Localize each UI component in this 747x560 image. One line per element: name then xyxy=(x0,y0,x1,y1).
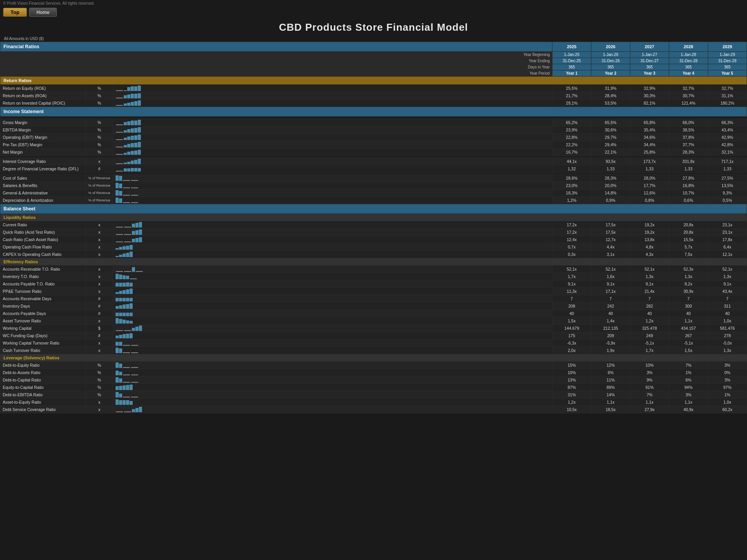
dfl-row: Degree of Financial Leverage Ratio (DFL)… xyxy=(0,165,747,173)
top-nav: Top Home xyxy=(0,6,747,18)
ap-to-row: Accounts Payable T.O. Ratio x 9,1x 9,1x … xyxy=(0,280,747,288)
amounts-note: All Amounts in USD ($) xyxy=(0,36,747,42)
wc-gap-row: WC Funding Gap (Days) # 175 209 249 267 … xyxy=(0,332,747,340)
current-ratio-row: Current Ratio x 17,2x 17,5x 19,2x 20,8x … xyxy=(0,221,747,229)
asset-to-row: Asset Turnover Ratio x 1,5x 1,4x 1,2x 1,… xyxy=(0,317,747,325)
dta-row: Debt-to-Assets Ratio % 10% 6% 3% 1% 0% xyxy=(0,369,747,376)
col-subheader-3: Days in Year 365 365 365 365 365 xyxy=(0,64,747,70)
ebitda-margin-row: EBITDA Margin % 23,9% 30,6% 35,4% 38,5% … xyxy=(0,126,747,134)
dte-ebitda-row: Debt-to-EBITDA Ratio % 31% 14% 7% 3% 1% xyxy=(0,391,747,399)
ppe-to-row: PP&E Turnover Ratio x 11,3x 17,1x 21,4x … xyxy=(0,288,747,295)
col-subheader-1: Year Beginning 1-Jan-25 1-Jan-26 1-Jan-2… xyxy=(0,52,747,58)
ar-to-row: Accounts Receivable T.O. Ratio x 52,1x 5… xyxy=(0,266,747,273)
efficiency-subheader: Efficiency Ratios xyxy=(0,258,747,266)
dtc-row: Debt-to-Capital Ratio % 13% 11% 9% 6% 3% xyxy=(0,376,747,384)
col-subheader-4: Year Period Year 1 Year 2 Year 3 Year 4 … xyxy=(0,70,747,77)
liquidity-subheader: Liquidity Ratios xyxy=(0,214,747,221)
capex-ratio-row: CAPEX to Operating Cash Ratio x 0,3x 3,1… xyxy=(0,251,747,258)
ga-row: General & Administrative % of Revenue 18… xyxy=(0,189,747,197)
financial-ratios-header: Financial Ratios 2025 2026 2027 2028 202… xyxy=(0,42,747,52)
da-row: Depreciation & Amortization % of Revenue… xyxy=(0,197,747,204)
copyright-bar: © Profit Vision Financial Services. All … xyxy=(0,0,747,6)
home-button[interactable]: Home xyxy=(29,8,57,17)
net-margin-row: Net Margin % 16,7% 22,1% 25,8% 28,3% 32,… xyxy=(0,149,747,156)
ate-row: Asset-to-Equity Ratio x 1,2x 1,1x 1,1x 1… xyxy=(0,399,747,406)
inv-days-row: Inventory Days # 208 242 282 300 311 xyxy=(0,303,747,310)
cost-of-sales-row: Cost of Sales % of Revenue 28,6% 28,3% 2… xyxy=(0,175,747,182)
dscr-row: Debt Service Coverage Ratio x 10,5x 18,5… xyxy=(0,406,747,413)
ebitda-chart xyxy=(116,127,550,133)
copyright-text: © Profit Vision Financial Services. All … xyxy=(3,1,95,5)
inv-to-row: Inventory T.O. Ratio x 1,7x 1,6x 1,3x 1,… xyxy=(0,273,747,280)
col-subheader-2: Year Ending 31-Dec-25 31-Dec-26 31-Dec-2… xyxy=(0,58,747,64)
ebit-margin-row: Operating (EBIT) Margin % 22,8% 29,7% 34… xyxy=(0,134,747,141)
wc-row: Working Capital $ 144.679 212.135 325.47… xyxy=(0,325,747,332)
return-ratios-subheader: Return Ratios xyxy=(0,77,747,85)
income-statement-header: Income Statement xyxy=(0,107,747,117)
interest-coverage-row: Interest Coverage Ratio x 44,1x 93,5x 17… xyxy=(0,158,747,165)
top-button[interactable]: Top xyxy=(3,8,27,17)
roic-chart xyxy=(116,100,550,106)
roe-row: Return on Equity (ROE) % 25,5% 31,9% 32,… xyxy=(0,85,747,92)
gross-margin-chart xyxy=(116,120,550,125)
gross-margin-row: Gross Margin % 65,2% 65,5% 65,8% 66,0% 6… xyxy=(0,119,747,126)
cash-to-row: Cash Turnover Ratio x 2,0x 1,9x 1,7x 1,5… xyxy=(0,347,747,354)
op-cash-flow-ratio-row: Operating Cash Flow Ratio x 0,7x 4,4x 4,… xyxy=(0,243,747,251)
balance-sheet-header: Balance Sheet xyxy=(0,204,747,214)
ap-days-row: Accounts Payable Days # 40 40 40 40 40 xyxy=(0,310,747,317)
quick-ratio-row: Quick Ratio (Acid Test Ratio) x 17,2x 17… xyxy=(0,229,747,236)
leverage-subheader: Leverage (Solvency) Ratios xyxy=(0,354,747,362)
salaries-row: Salaries & Benefits % of Revenue 23,0% 2… xyxy=(0,182,747,189)
roa-row: Return on Assets (ROA) % 21,7% 28,4% 30,… xyxy=(0,92,747,100)
etc-row: Equity-to-Capital Ratio % 87% 89% 91% 94… xyxy=(0,384,747,391)
page-title: CBD Products Store Financial Model xyxy=(0,18,747,36)
roic-row: Return on Invested Capital (ROIC) % 29,1… xyxy=(0,100,747,107)
roa-chart xyxy=(116,93,550,98)
ebt-margin-row: Pre-Tax (EBT) Margin % 22,2% 29,4% 34,4%… xyxy=(0,141,747,149)
wc-to-row: Working Capital Turnover Ratio x -6,3x -… xyxy=(0,340,747,347)
ar-days-row: Accounts Receivable Days # 7 7 7 7 7 xyxy=(0,295,747,303)
dte-row: Debt-to-Equity Ratio % 15% 12% 10% 7% 3% xyxy=(0,362,747,369)
roe-chart xyxy=(116,86,550,91)
cash-ratio-row: Cash Ratio (Cash Asset Ratio) x 12,4x 12… xyxy=(0,236,747,243)
